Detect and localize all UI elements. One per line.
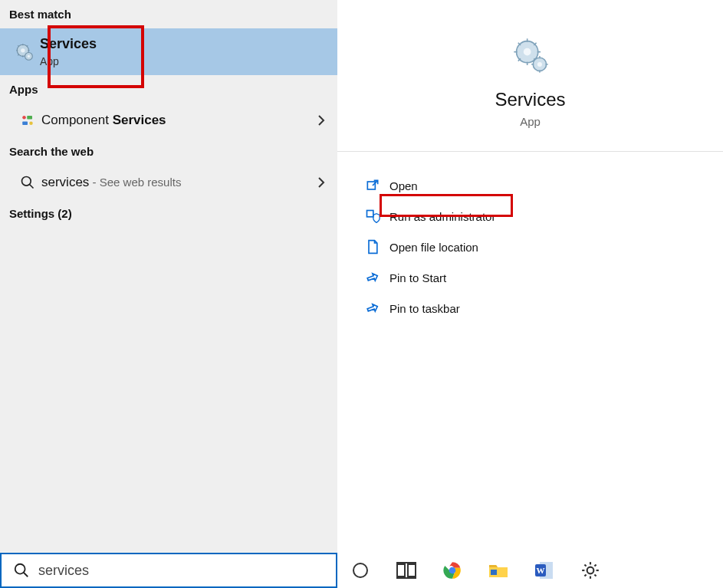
svg-rect-13 xyxy=(27,116,32,120)
svg-point-1 xyxy=(21,48,25,52)
search-icon xyxy=(11,562,32,579)
best-match-header: Best match xyxy=(0,0,337,28)
apps-result-label: Component Services xyxy=(41,113,317,128)
cortana-icon[interactable] xyxy=(350,560,371,581)
search-results-pane: Best match Services A xyxy=(0,0,337,588)
svg-point-15 xyxy=(29,122,33,126)
web-result-row[interactable]: services - See web results xyxy=(0,166,337,199)
svg-point-18 xyxy=(15,564,25,574)
services-icon xyxy=(9,42,40,62)
svg-text:W: W xyxy=(537,566,545,575)
svg-point-51 xyxy=(587,567,594,574)
best-match-result[interactable]: Services App xyxy=(0,28,337,75)
settings-header[interactable]: Settings (2) xyxy=(0,199,337,228)
search-bar[interactable] xyxy=(0,553,337,588)
svg-rect-38 xyxy=(367,211,373,217)
chrome-icon[interactable] xyxy=(442,560,463,581)
chevron-right-icon xyxy=(317,114,325,126)
best-match-title: Services xyxy=(40,36,97,52)
detail-pane: Services App Open Run as administrator xyxy=(337,0,723,588)
svg-line-59 xyxy=(584,574,586,576)
word-icon[interactable]: W xyxy=(534,560,555,581)
svg-point-21 xyxy=(523,48,531,56)
svg-point-31 xyxy=(537,62,541,67)
search-icon xyxy=(14,175,41,190)
pin-start-icon xyxy=(356,270,389,285)
svg-rect-47 xyxy=(491,570,497,575)
svg-line-17 xyxy=(30,185,34,189)
action-pin-taskbar-label: Pin to taskbar xyxy=(389,302,460,315)
taskbar: W xyxy=(337,553,723,588)
hero-subtitle: App xyxy=(520,115,541,128)
file-location-icon xyxy=(356,239,389,255)
action-open-location[interactable]: Open file location xyxy=(356,232,723,262)
hero-title: Services xyxy=(495,89,565,110)
best-match-subtitle: App xyxy=(40,55,97,67)
action-open-label: Open xyxy=(389,179,418,192)
action-list: Open Run as administrator Open file loca… xyxy=(337,152,723,324)
action-open[interactable]: Open xyxy=(356,170,723,201)
pin-taskbar-icon xyxy=(356,301,389,316)
settings-gear-icon[interactable] xyxy=(580,560,601,581)
open-icon xyxy=(356,178,389,193)
svg-line-58 xyxy=(594,564,596,566)
action-pin-taskbar[interactable]: Pin to taskbar xyxy=(356,293,723,324)
search-web-header: Search the web xyxy=(0,137,337,166)
svg-point-39 xyxy=(353,563,367,577)
svg-line-19 xyxy=(24,573,28,577)
action-open-location-label: Open file location xyxy=(389,241,478,254)
svg-line-56 xyxy=(584,564,586,566)
apps-result-component-services[interactable]: Component Services xyxy=(0,103,337,137)
search-input[interactable] xyxy=(32,563,327,579)
action-run-admin[interactable]: Run as administrator xyxy=(356,201,723,232)
svg-point-11 xyxy=(28,54,30,57)
component-services-icon xyxy=(14,113,41,127)
web-result-label: services - See web results xyxy=(41,175,317,190)
task-view-icon[interactable] xyxy=(396,560,417,581)
apps-header: Apps xyxy=(0,75,337,103)
file-explorer-icon[interactable] xyxy=(488,560,509,581)
svg-point-16 xyxy=(22,177,31,186)
svg-rect-36 xyxy=(367,182,375,189)
admin-shield-icon xyxy=(356,209,389,224)
svg-rect-14 xyxy=(22,122,28,126)
svg-line-57 xyxy=(594,574,596,576)
chevron-right-icon xyxy=(317,176,325,189)
svg-rect-40 xyxy=(397,564,405,577)
action-pin-start-label: Pin to Start xyxy=(389,271,446,284)
svg-rect-41 xyxy=(408,564,416,577)
services-hero-icon xyxy=(511,35,550,75)
action-pin-start[interactable]: Pin to Start xyxy=(356,262,723,293)
action-run-admin-label: Run as administrator xyxy=(389,210,495,223)
svg-point-12 xyxy=(22,116,26,120)
hero-section: Services App xyxy=(337,0,723,152)
